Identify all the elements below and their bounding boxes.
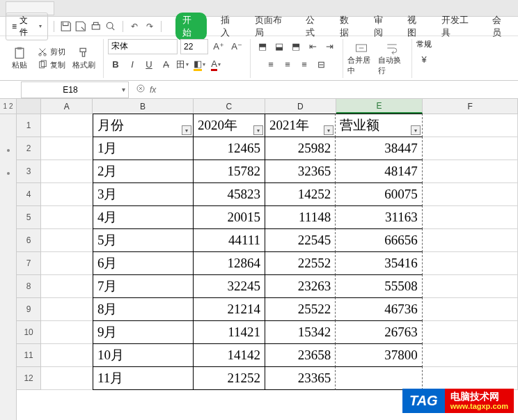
outline-levels[interactable]: 1 2	[0, 99, 16, 114]
cell[interactable]	[423, 137, 518, 160]
font-name-select[interactable]	[108, 39, 178, 54]
copy-button[interactable]: 复制	[36, 59, 67, 71]
col-header-c[interactable]: C	[194, 99, 265, 114]
row-header[interactable]: 7	[17, 252, 41, 275]
cell[interactable]: 2月	[93, 160, 194, 183]
formula-input[interactable]	[160, 82, 439, 98]
fill-color-button[interactable]: ◧▾	[191, 57, 207, 72]
row-header[interactable]: 11	[17, 344, 41, 367]
tab-data[interactable]: 数据	[337, 13, 360, 40]
cell[interactable]	[423, 298, 518, 321]
cell[interactable]	[423, 160, 518, 183]
cell[interactable]	[41, 137, 93, 160]
fx-icon[interactable]: fx	[150, 85, 156, 95]
cell[interactable]: 66656	[335, 228, 423, 252]
cell[interactable]: 3月	[93, 182, 194, 206]
cell[interactable]: 10月	[93, 343, 194, 367]
cell[interactable]: 26763	[335, 320, 423, 344]
cell[interactable]: 31163	[335, 205, 423, 229]
row-header[interactable]: 12	[17, 367, 41, 390]
cell[interactable]: 2020年▾	[193, 114, 265, 137]
cell[interactable]	[41, 275, 93, 298]
filter-dropdown-icon[interactable]: ▾	[253, 125, 263, 135]
currency-icon[interactable]: ¥	[416, 52, 432, 68]
paste-button[interactable]: 粘贴	[6, 40, 33, 77]
cell[interactable]: 37800	[335, 343, 423, 367]
indent-increase-icon[interactable]: ⇥	[322, 39, 337, 54]
cell[interactable]: 44111	[193, 228, 265, 252]
cell[interactable]	[423, 183, 518, 206]
cell[interactable]: 月份▾	[93, 114, 194, 137]
cell[interactable]: 4月	[93, 205, 194, 229]
cell[interactable]	[423, 229, 518, 252]
save-icon[interactable]	[60, 20, 72, 33]
row-header[interactable]: 5	[17, 206, 41, 229]
save-as-icon[interactable]	[74, 20, 86, 33]
cell[interactable]	[41, 344, 93, 367]
cell[interactable]	[423, 206, 518, 229]
align-center-icon[interactable]: ≡	[280, 57, 295, 72]
row-header[interactable]: 3	[17, 160, 41, 183]
cell[interactable]	[41, 367, 93, 390]
cell[interactable]: 46736	[335, 297, 423, 321]
cell[interactable]: 营业额▾	[335, 114, 423, 137]
cell[interactable]: 21214	[193, 297, 265, 321]
align-left-icon[interactable]: ≡	[263, 57, 278, 72]
cell[interactable]: 8月	[93, 297, 194, 321]
align-top-icon[interactable]: ⬒	[255, 39, 270, 54]
bold-button[interactable]: B	[108, 57, 123, 72]
row-header[interactable]: 6	[17, 229, 41, 252]
row-header[interactable]: 9	[17, 298, 41, 321]
cell[interactable]	[423, 252, 518, 275]
cell[interactable]	[41, 114, 93, 137]
cell[interactable]: 25522	[265, 297, 336, 321]
cell[interactable]: 48147	[335, 160, 423, 183]
cell[interactable]	[41, 252, 93, 275]
tab-review[interactable]: 审阅	[371, 13, 394, 40]
outline-dot-icon[interactable]	[7, 172, 10, 175]
tab-formula[interactable]: 公式	[303, 13, 326, 40]
cell[interactable]	[41, 183, 93, 206]
cell[interactable]: 6月	[93, 251, 194, 275]
row-header[interactable]: 2	[17, 137, 41, 160]
cell[interactable]: 60075	[335, 182, 423, 206]
cell[interactable]: 38447	[335, 137, 423, 160]
tab-insert[interactable]: 插入	[218, 13, 241, 40]
cell[interactable]: 23658	[265, 343, 336, 367]
undo-icon[interactable]: ↶	[129, 20, 141, 33]
cell[interactable]: 45823	[193, 182, 265, 206]
cell[interactable]: 23365	[265, 366, 336, 390]
cell[interactable]	[423, 344, 518, 367]
cell[interactable]: 23263	[265, 274, 336, 298]
cell[interactable]: 7月	[93, 274, 194, 298]
filter-dropdown-icon[interactable]: ▾	[324, 125, 333, 135]
cell[interactable]: 14252	[265, 182, 336, 206]
decrease-font-icon[interactable]: A⁻	[229, 39, 244, 54]
row-header[interactable]: 1	[17, 114, 41, 137]
cell[interactable]	[423, 367, 518, 390]
cell[interactable]: 11421	[193, 320, 265, 344]
sheet[interactable]: A B C D E F 1月份▾2020年▾2021年▾营业额▾21月12465…	[17, 99, 518, 420]
increase-font-icon[interactable]: A⁺	[211, 39, 226, 54]
wrap-text-button[interactable]: 自动换行	[378, 40, 406, 77]
cell[interactable]: 11148	[265, 205, 336, 229]
cell[interactable]: 14142	[193, 343, 265, 367]
tab-layout[interactable]: 页面布局	[252, 13, 292, 40]
merge-split-icon[interactable]: ⊟	[313, 57, 329, 72]
cell[interactable]: 5月	[93, 228, 194, 252]
cell[interactable]	[423, 114, 518, 137]
cell[interactable]: 22552	[265, 251, 336, 275]
cell[interactable]	[423, 275, 518, 298]
align-right-icon[interactable]: ≡	[297, 57, 312, 72]
row-header[interactable]: 4	[17, 183, 41, 206]
cell[interactable]	[41, 229, 93, 252]
align-middle-icon[interactable]: ⬓	[272, 39, 287, 54]
format-painter-button[interactable]: 格式刷	[70, 40, 97, 77]
cell[interactable]: 15782	[193, 160, 265, 183]
cell[interactable]: 22545	[265, 228, 336, 252]
strike-button[interactable]: A̶	[158, 57, 173, 72]
underline-button[interactable]: U	[141, 57, 157, 72]
align-bottom-icon[interactable]: ⬒	[288, 39, 304, 54]
tab-start[interactable]: 开始	[175, 13, 207, 40]
outline-dot-icon[interactable]	[7, 149, 10, 152]
